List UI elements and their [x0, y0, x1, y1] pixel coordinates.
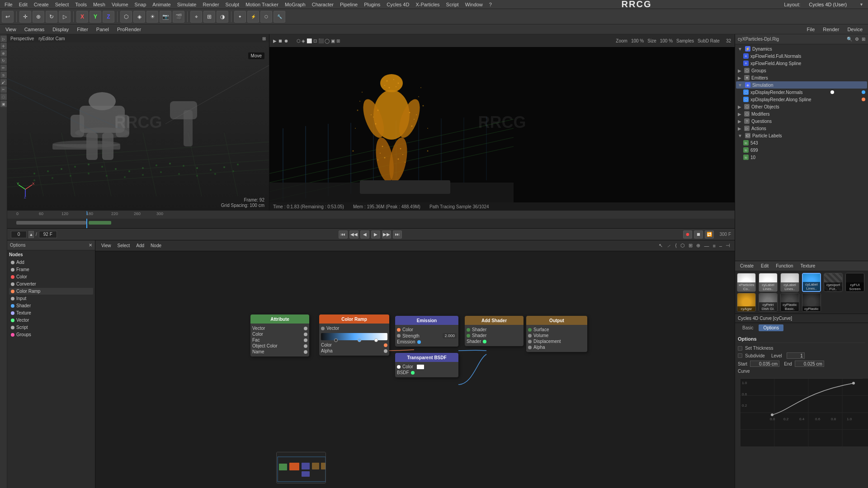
layout-dropdown-btn[interactable]: ▼ [857, 2, 866, 7]
light-btn[interactable]: ☀ [146, 11, 158, 23]
end-frame-input[interactable] [39, 231, 57, 238]
node-color[interactable]: Color [9, 273, 93, 280]
tool-select[interactable]: ▷ [0, 36, 7, 42]
tool-brush[interactable]: 🖌 [0, 79, 7, 85]
tree-699[interactable]: lo 699 [741, 146, 867, 154]
tree-emitters[interactable]: ▶ ✦ Emitters [736, 74, 867, 81]
tree-10[interactable]: lo 10 [741, 154, 867, 161]
menu-sculpt[interactable]: Sculpt [223, 1, 242, 8]
render-menu-r[interactable]: Render [819, 26, 843, 33]
object-mode-btn[interactable]: ⬡ [120, 11, 132, 23]
menu-select[interactable]: Select [52, 1, 72, 8]
select-tool-btn[interactable]: ▷ [59, 11, 71, 23]
menu-script[interactable]: Script [443, 1, 462, 8]
end-value-input[interactable] [795, 361, 824, 367]
menu-snap[interactable]: Snap [132, 1, 149, 8]
mat-edit-btn[interactable]: Edit [759, 263, 771, 269]
camera-btn[interactable]: 📷 [160, 11, 171, 23]
tool-move[interactable]: ✛ [0, 43, 7, 49]
tool-knife[interactable]: ✂ [0, 86, 7, 93]
viewport-shade-btn[interactable]: ◑ [217, 11, 228, 23]
z-axis-btn[interactable]: Z [103, 11, 114, 23]
timeline-ruler[interactable]: 0 60 120 180 220 260 300 | [7, 211, 735, 219]
menu-motion[interactable]: Motion Tracker [243, 1, 281, 8]
play-reverse-btn[interactable]: ◀ [360, 230, 369, 239]
ne-view-btn[interactable]: View [99, 243, 113, 249]
menu-window[interactable]: Window [462, 1, 486, 8]
tab-basic[interactable]: Basic [738, 324, 758, 331]
menu-mograph[interactable]: MoGraph [282, 1, 308, 8]
tree-modifiers[interactable]: ▶ ⬡ Modifiers [736, 110, 867, 117]
ne-tool-7[interactable]: — [704, 243, 709, 249]
node-add-shader[interactable]: Add Shader Shader Shader Shade [465, 316, 524, 346]
menu-pipeline[interactable]: Pipeline [337, 1, 360, 8]
rotate-tool-btn[interactable]: ↻ [46, 11, 57, 23]
menu-xparticles[interactable]: X-Particles [413, 1, 442, 8]
swatch-cylabel-lines1[interactable]: cyLabel Lines.. [759, 273, 778, 292]
move-tool-btn[interactable]: ✛ [19, 11, 31, 23]
node-frame[interactable]: Frame [9, 266, 93, 273]
stop-btn[interactable]: ⏹ [694, 230, 703, 239]
menu-volume[interactable]: Volume [109, 1, 131, 8]
swatch-xparticles-col[interactable]: xParticles Co.. [737, 273, 756, 292]
start-value-input[interactable] [750, 361, 779, 367]
node-color-ramp[interactable]: Color Ramp Vector [319, 314, 389, 356]
tree-dynamics[interactable]: ▼ ⚡ Dynamics [736, 45, 867, 52]
viewport-render[interactable]: ▶ ⏹ ⏺ ⬡ ◈ ⬜ ⊡ ⬛ ◯ ▣ ⊞ Zoom 100 % Size 10… [269, 34, 735, 211]
filter-menu[interactable]: Filter [73, 26, 91, 33]
curve-editor[interactable]: 1.0 0.6 0.2 0.0 0.2 0.4 0.6 0.8 1.0 [741, 378, 863, 423]
frame-up-btn[interactable]: ▲ [28, 231, 34, 238]
hierarchy-expand-icon[interactable]: ⊞ [862, 37, 865, 42]
node-vector[interactable]: Vector [9, 317, 93, 324]
menu-create[interactable]: Create [31, 1, 52, 8]
menu-render[interactable]: Render [200, 1, 222, 8]
tool-fill[interactable]: ▣ [0, 101, 7, 107]
mat-create-btn[interactable]: Create [738, 263, 756, 269]
tool-dissolve[interactable]: ◌ [0, 94, 7, 100]
node-emission[interactable]: Emission Color Strength 2.000 [395, 316, 458, 347]
display-menu[interactable]: Display [49, 26, 72, 33]
ne-node-btn[interactable]: Node [148, 243, 164, 249]
node-groups[interactable]: Groups [9, 331, 93, 338]
tool-scale[interactable]: ⊕ [0, 50, 7, 56]
swatch-cylabel-lines2[interactable]: cyLabel Lines.. [780, 273, 799, 292]
loop-btn[interactable]: 🔁 [705, 230, 714, 239]
mat-texture-btn[interactable]: Texture [798, 263, 818, 269]
ne-tool-3[interactable]: ⟨ [675, 243, 677, 249]
tree-display-spline[interactable]: ⬡ xpDisplayRender.Along Spline [741, 96, 867, 103]
goto-start-btn[interactable]: ⏮ [339, 230, 348, 239]
swatch-cyplastic-basic[interactable]: cyPlastic Basic. [780, 293, 799, 312]
hierarchy-options-icon[interactable]: ⚙ [855, 37, 859, 42]
node-texture[interactable]: Texture [9, 310, 93, 316]
magnet-btn[interactable]: 🔧 [274, 11, 285, 23]
prorender-menu[interactable]: ProRender [113, 26, 145, 33]
node-canvas[interactable]: Attribute Vector Color Fac [184, 251, 735, 488]
tree-groups[interactable]: ▶ ⬡ Groups [736, 67, 867, 74]
snap-btn[interactable]: ⌖ [190, 11, 202, 23]
menu-simulate[interactable]: Simulate [175, 1, 199, 8]
menu-tools[interactable]: Tools [72, 1, 90, 8]
record-btn[interactable]: ⏺ [683, 230, 692, 239]
node-attribute[interactable]: Attribute Vector Color Fac [250, 314, 309, 357]
ne-tool-1[interactable]: ↖ [659, 243, 663, 249]
options-close-btn[interactable]: ✕ [89, 243, 92, 248]
step-back-btn[interactable]: ◀◀ [349, 230, 359, 239]
menu-animate[interactable]: Animate [150, 1, 173, 8]
menu-character[interactable]: Character [309, 1, 336, 8]
effector-btn[interactable]: ⬡ [260, 11, 272, 23]
device-menu-r[interactable]: Device [844, 26, 866, 33]
ne-tool-8[interactable]: ≡ [712, 243, 715, 249]
x-axis-btn[interactable]: X [76, 11, 88, 23]
tree-flowfield-spline[interactable]: ≡ xpFlowField.Along Spline [741, 60, 867, 67]
node-transparent-bsdf[interactable]: Transparent BSDF Color BSDF [395, 353, 458, 377]
node-add[interactable]: Add [9, 259, 93, 266]
tool-paint[interactable]: ✏ [0, 65, 7, 71]
tree-questions[interactable]: ▶ ? Questions [736, 117, 867, 125]
node-converter[interactable]: Converter [9, 281, 93, 287]
node-script[interactable]: Script [9, 324, 93, 331]
minimap[interactable] [276, 452, 326, 483]
grid-btn[interactable]: ⊞ [203, 11, 215, 23]
goto-end-btn[interactable]: ⏭ [393, 230, 402, 239]
tree-other-objects[interactable]: ▶ ⬡ Other Objects [736, 103, 867, 110]
menu-mesh[interactable]: Mesh [90, 1, 108, 8]
